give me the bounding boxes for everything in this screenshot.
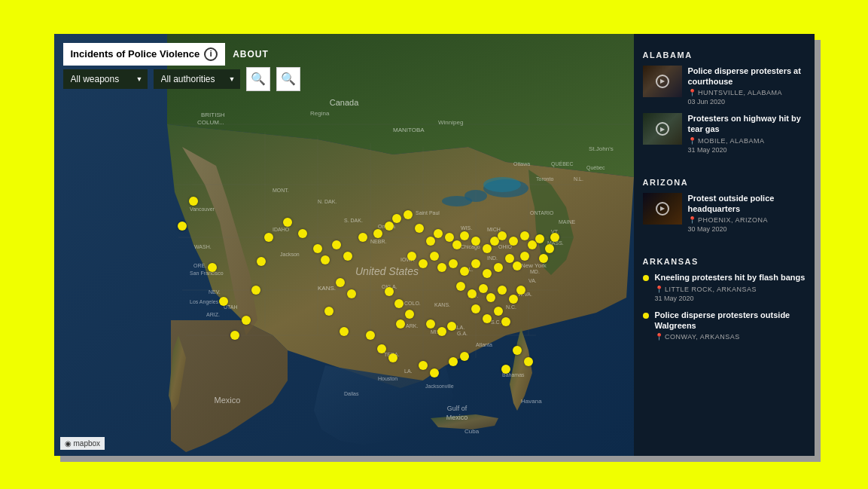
state-header: ARKANSAS — [643, 248, 806, 266]
incident-dot[interactable] — [437, 263, 446, 272]
incident-dot[interactable] — [471, 304, 480, 313]
incident-dot[interactable] — [513, 346, 522, 355]
incident-dot[interactable] — [178, 222, 187, 231]
incident-dot[interactable] — [434, 229, 443, 238]
incident-dot[interactable] — [479, 284, 488, 293]
incident-dot[interactable] — [494, 263, 503, 272]
incident-dot[interactable] — [471, 259, 480, 268]
sidebar: ALABAMA▶Police disperse protesters at co… — [634, 34, 815, 456]
incident-dot[interactable] — [513, 261, 522, 270]
thumbnail-overlay: ▶ — [643, 193, 682, 225]
thumbnail-overlay: ▶ — [643, 113, 682, 145]
incident-dot[interactable] — [471, 237, 480, 246]
incident-dot[interactable] — [483, 314, 492, 323]
incident-card[interactable]: ▶Protest outside police headquarters📍 PH… — [643, 193, 806, 234]
weapons-filter[interactable]: All weapons Rubber bullets Tear gas Pepp… — [63, 69, 148, 89]
incident-dot[interactable] — [468, 289, 477, 298]
incident-dot[interactable] — [501, 365, 510, 374]
incident-dot[interactable] — [343, 252, 352, 261]
incident-dot[interactable] — [385, 287, 394, 296]
incident-dot[interactable] — [498, 231, 507, 240]
incident-dot[interactable] — [550, 233, 559, 242]
incident-card[interactable]: ▶Protesters on highway hit by tear gas📍 … — [643, 113, 806, 154]
incident-dot[interactable] — [460, 267, 469, 276]
incident-dot-indicator — [643, 275, 649, 281]
incident-dot[interactable] — [516, 286, 525, 295]
incident-dot[interactable] — [419, 259, 428, 268]
incident-dot[interactable] — [449, 259, 458, 268]
incident-dot[interactable] — [264, 233, 273, 242]
incident-dot[interactable] — [394, 299, 404, 308]
incident-card[interactable]: ▶Police disperse protesters at courthous… — [643, 66, 806, 106]
incident-dot[interactable] — [388, 353, 397, 362]
incident-dot[interactable] — [219, 297, 228, 306]
incident-dot[interactable] — [528, 240, 537, 249]
incident-dot[interactable] — [298, 229, 307, 238]
incident-dot[interactable] — [230, 331, 239, 340]
incident-dot[interactable] — [524, 357, 533, 366]
incident-dot[interactable] — [208, 263, 217, 272]
incident-dot[interactable] — [426, 237, 435, 246]
incident-dot[interactable] — [460, 352, 469, 361]
incident-dot[interactable] — [449, 357, 458, 366]
incident-dot[interactable] — [494, 307, 503, 316]
incident-dot[interactable] — [452, 240, 461, 249]
incident-dot[interactable] — [404, 210, 413, 219]
authorities-filter[interactable]: All authorities Police National Guard Sh… — [154, 69, 240, 89]
incident-dot[interactable] — [419, 361, 428, 370]
incident-dot[interactable] — [405, 310, 414, 319]
incident-dot[interactable] — [415, 224, 424, 233]
incident-dot[interactable] — [396, 319, 405, 329]
incident-dot[interactable] — [336, 278, 345, 287]
incident-dot[interactable] — [377, 344, 386, 353]
incident-dot[interactable] — [483, 269, 492, 278]
incident-dot[interactable] — [321, 255, 330, 264]
incident-dot[interactable] — [545, 244, 554, 253]
incident-dot[interactable] — [373, 229, 382, 238]
info-icon[interactable]: i — [204, 47, 218, 61]
incident-dot[interactable] — [520, 252, 529, 261]
incident-dot[interactable] — [242, 316, 251, 325]
incident-dot[interactable] — [426, 319, 435, 329]
incident-dot[interactable] — [520, 231, 529, 240]
location-pin-icon: 📍 — [688, 137, 697, 145]
incident-dot[interactable] — [501, 317, 510, 326]
incident-dot[interactable] — [483, 244, 492, 253]
incident-dot[interactable] — [539, 254, 548, 263]
incident-dot[interactable] — [251, 286, 260, 295]
incident-dot[interactable] — [445, 233, 454, 242]
incident-dot[interactable] — [486, 293, 495, 302]
incident-dot[interactable] — [340, 327, 349, 336]
incident-dot[interactable] — [498, 286, 507, 295]
incident-dot[interactable] — [447, 322, 456, 331]
play-icon: ▶ — [656, 75, 669, 88]
incident-dot[interactable] — [358, 233, 367, 242]
incident-dot[interactable] — [430, 252, 439, 261]
incident-dot[interactable] — [283, 218, 292, 227]
incident-dot[interactable] — [430, 368, 439, 377]
incident-dot[interactable] — [437, 327, 446, 336]
zoom-in-button[interactable]: 🔍 — [246, 67, 270, 91]
incident-dot[interactable] — [407, 252, 416, 261]
incident-dot[interactable] — [189, 197, 198, 206]
incident-dot[interactable] — [509, 237, 518, 246]
incident-dot[interactable] — [366, 331, 375, 340]
incident-card[interactable]: Police disperse protesters outside Walgr… — [643, 310, 806, 343]
incident-dot[interactable] — [392, 214, 401, 223]
incident-card[interactable]: Kneeling protesters hit by flash bangs📍 … — [643, 272, 806, 301]
incident-dot[interactable] — [332, 240, 341, 249]
incident-dot[interactable] — [257, 257, 266, 266]
incident-dot[interactable] — [535, 234, 544, 243]
incident-dot[interactable] — [313, 244, 322, 253]
zoom-out-button[interactable]: 🔍 — [276, 67, 300, 91]
incident-dot[interactable] — [460, 231, 469, 240]
state-header: ARIZONA — [643, 169, 806, 187]
incident-dot[interactable] — [324, 307, 333, 316]
about-label[interactable]: ABOUT — [233, 49, 269, 60]
incident-dot[interactable] — [505, 254, 514, 263]
incident-dot[interactable] — [347, 289, 356, 298]
incident-dot[interactable] — [456, 282, 465, 291]
incident-thumbnail: ▶ — [643, 193, 682, 225]
incident-dot[interactable] — [385, 222, 394, 231]
incident-dot[interactable] — [509, 295, 518, 304]
